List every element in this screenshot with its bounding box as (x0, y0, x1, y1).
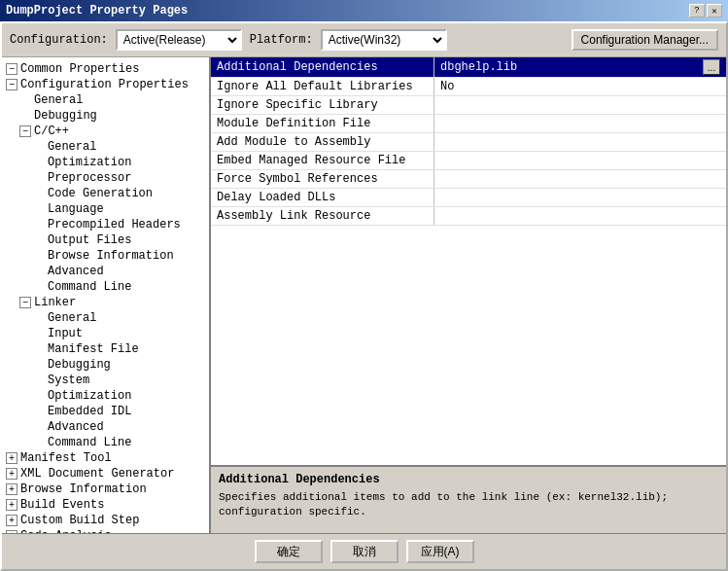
tree-label: Command Line (48, 436, 131, 449)
tree-label: C/C++ (34, 125, 69, 138)
tree-item-debugging[interactable]: Debugging (2, 108, 209, 124)
help-button[interactable]: ? (689, 4, 705, 18)
prop-value-add-module (434, 133, 726, 151)
tree-label: Preprocessor (48, 171, 131, 185)
tree-label: Precompiled Headers (48, 218, 181, 232)
apply-button[interactable]: 应用(A) (406, 540, 474, 563)
tree-panel[interactable]: −Common Properties−Configuration Propert… (2, 57, 211, 533)
tree-label: Embedded IDL (48, 405, 131, 418)
expand-icon[interactable]: + (6, 468, 17, 480)
config-manager-button[interactable]: Configuration Manager... (572, 29, 718, 51)
tree-label: Optimization (48, 389, 131, 403)
prop-name-additional-deps: Additional Dependencies (211, 57, 434, 77)
tree-label: General (48, 311, 96, 325)
tree-item-preprocessor[interactable]: Preprocessor (2, 170, 209, 186)
tree-item-cpp-general[interactable]: General (2, 139, 209, 155)
tree-item-browse-info[interactable]: Browse Information (2, 248, 209, 264)
prop-row-ignore-specific[interactable]: Ignore Specific Library (211, 96, 726, 115)
tree-label: General (48, 140, 96, 154)
tree-item-config-props[interactable]: −Configuration Properties (2, 77, 209, 92)
tree-item-code-gen[interactable]: Code Generation (2, 186, 209, 201)
tree-label: Optimization (48, 156, 131, 169)
tree-label: Language (48, 202, 104, 216)
tree-item-linker-input[interactable]: Input (2, 326, 209, 341)
collapse-icon[interactable]: − (6, 63, 17, 75)
close-button[interactable]: ✕ (707, 4, 722, 18)
tree-item-common-props[interactable]: −Common Properties (2, 61, 209, 77)
tree-item-cpp[interactable]: −C/C++ (2, 124, 209, 139)
prop-value-force-symbol (434, 170, 726, 188)
tree-item-language[interactable]: Language (2, 201, 209, 217)
tree-item-linker-advanced[interactable]: Advanced (2, 419, 209, 435)
tree-item-manifest-tool[interactable]: +Manifest Tool (2, 450, 209, 466)
tree-label: XML Document Generator (20, 467, 174, 481)
platform-select[interactable]: Active(Win32) (321, 29, 447, 51)
ok-button[interactable]: 确定 (255, 540, 323, 563)
tree-item-general[interactable]: General (2, 92, 209, 108)
config-label: Configuration: (10, 33, 108, 47)
expand-icon[interactable]: + (6, 483, 17, 495)
title-bar-buttons: ? ✕ (689, 4, 722, 18)
prop-row-add-module[interactable]: Add Module to Assembly (211, 133, 726, 152)
prop-value-text: No (440, 80, 454, 93)
prop-name-ignore-specific: Ignore Specific Library (211, 96, 434, 114)
collapse-icon[interactable]: − (19, 125, 31, 137)
tree-label: Advanced (48, 265, 104, 278)
tree-item-system[interactable]: System (2, 373, 209, 388)
description-title: Additional Dependencies (219, 473, 718, 486)
tree-label: Browse Information (48, 249, 174, 263)
expand-icon[interactable]: + (6, 499, 17, 511)
tree-label: Command Line (48, 280, 131, 294)
tree-item-custom-build[interactable]: +Custom Build Step (2, 513, 209, 528)
prop-row-assembly-link[interactable]: Assembly Link Resource (211, 207, 726, 226)
tree-label: Debugging (34, 109, 97, 123)
platform-label: Platform: (250, 33, 313, 47)
tree-item-browse-info-top[interactable]: +Browse Information (2, 482, 209, 497)
prop-row-module-def[interactable]: Module Definition File (211, 115, 726, 133)
description-text: Specifies additional items to add to the… (219, 490, 718, 520)
prop-row-delay-loaded[interactable]: Delay Loaded DLLs (211, 189, 726, 207)
tree-label: Common Properties (20, 62, 139, 76)
prop-value-text: dbghelp.lib (440, 60, 517, 74)
tree-item-linker-debugging[interactable]: Debugging (2, 357, 209, 373)
tree-label: Custom Build Step (20, 514, 139, 527)
prop-name-ignore-default: Ignore All Default Libraries (211, 78, 434, 95)
tree-item-build-events[interactable]: +Build Events (2, 497, 209, 513)
dialog: Configuration: Active(Release) Platform:… (0, 21, 728, 571)
prop-value-assembly-link (434, 207, 726, 225)
tree-item-command-line[interactable]: Command Line (2, 279, 209, 295)
tree-item-xml-doc[interactable]: +XML Document Generator (2, 466, 209, 482)
tree-item-output-files[interactable]: Output Files (2, 232, 209, 248)
tree-item-embedded-idl[interactable]: Embedded IDL (2, 404, 209, 419)
window-title: DumpProject Property Pages (6, 4, 188, 18)
config-select[interactable]: Active(Release) (116, 29, 242, 51)
tree-item-linker[interactable]: −Linker (2, 295, 209, 310)
prop-name-delay-loaded: Delay Loaded DLLs (211, 189, 434, 206)
tree-item-linker-general[interactable]: General (2, 310, 209, 326)
prop-edit-button[interactable]: ... (703, 59, 720, 75)
tree-item-manifest-file[interactable]: Manifest File (2, 341, 209, 357)
prop-value-embed-managed (434, 152, 726, 169)
prop-row-ignore-default[interactable]: Ignore All Default LibrariesNo (211, 78, 726, 96)
tree-item-optimization[interactable]: Optimization (2, 155, 209, 170)
tree-item-linker-cmdline[interactable]: Command Line (2, 435, 209, 450)
prop-row-additional-deps[interactable]: Additional Dependenciesdbghelp.lib... (211, 57, 726, 78)
prop-row-force-symbol[interactable]: Force Symbol References (211, 170, 726, 189)
cancel-button[interactable]: 取消 (330, 540, 399, 563)
description-panel: Additional Dependencies Specifies additi… (211, 465, 726, 533)
tree-label: System (48, 374, 89, 387)
prop-value-additional-deps: dbghelp.lib... (434, 57, 726, 77)
tree-item-advanced[interactable]: Advanced (2, 264, 209, 279)
collapse-icon[interactable]: − (19, 297, 31, 308)
tree-item-linker-opt[interactable]: Optimization (2, 388, 209, 404)
main-content: −Common Properties−Configuration Propert… (2, 57, 726, 533)
prop-name-assembly-link: Assembly Link Resource (211, 207, 434, 225)
tree-label: Output Files (48, 233, 131, 247)
prop-value-delay-loaded (434, 189, 726, 206)
expand-icon[interactable]: + (6, 515, 17, 526)
prop-row-embed-managed[interactable]: Embed Managed Resource File (211, 152, 726, 170)
expand-icon[interactable]: + (6, 452, 17, 464)
collapse-icon[interactable]: − (6, 79, 17, 90)
tree-label: Manifest File (48, 342, 139, 356)
tree-item-precomp-headers[interactable]: Precompiled Headers (2, 217, 209, 232)
